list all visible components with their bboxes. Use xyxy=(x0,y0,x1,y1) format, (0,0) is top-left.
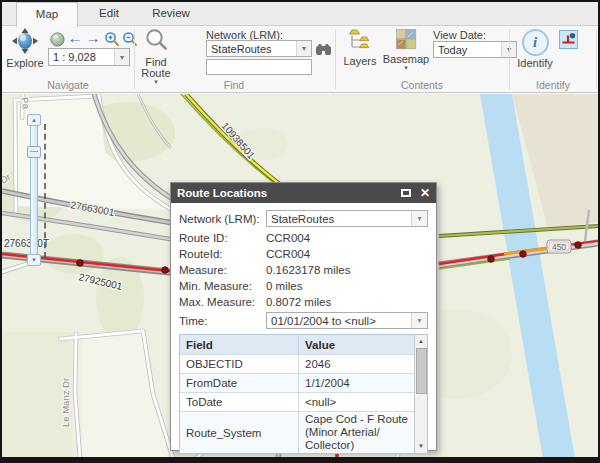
cell-field: Route_System xyxy=(180,427,298,439)
identify-icon: i xyxy=(522,29,549,56)
value-column-header: Value xyxy=(298,335,414,354)
attribute-table-header: Field Value xyxy=(180,335,414,354)
find-group-label: Find xyxy=(134,79,334,91)
application-window: Map Edit Review xyxy=(0,0,600,463)
dialog-body: Network (LRM): StateRoutes ▾ Route ID: C… xyxy=(171,203,436,454)
max-measure-label: Max. Measure: xyxy=(179,296,266,308)
route-id-label: Route ID: xyxy=(179,232,266,244)
forward-arrow-icon: → xyxy=(86,30,101,46)
zoom-slider-ticks xyxy=(44,124,46,258)
fixed-zoom-in-button[interactable] xyxy=(103,30,121,48)
find-route-label: Find Route xyxy=(140,57,172,79)
max-measure-value: 0.8072 miles xyxy=(266,296,331,308)
route-shield-450: 450 xyxy=(547,240,571,253)
min-measure-value: 0 miles xyxy=(266,280,302,292)
tab-edit[interactable]: Edit xyxy=(78,2,140,26)
scroll-up-arrow[interactable]: ▲ xyxy=(418,335,424,348)
svg-text:450: 450 xyxy=(552,242,566,252)
explore-button[interactable]: Explore xyxy=(4,28,46,69)
network-dropdown-arrow[interactable]: ▾ xyxy=(296,41,311,56)
dialog-min-measure-row: Min. Measure: 0 miles xyxy=(179,278,428,294)
map-view[interactable]: 450 27663001 2766310T 27925001 10938501 … xyxy=(2,94,598,459)
field-column-header: Field xyxy=(180,339,298,351)
maximize-icon[interactable] xyxy=(401,189,411,197)
route-input[interactable] xyxy=(206,59,312,75)
group-separator xyxy=(596,29,597,89)
cell-field: ToDate xyxy=(180,396,298,408)
cell-field: FromDate xyxy=(180,377,298,389)
view-date-label: View Date: xyxy=(433,29,486,41)
ribbon-tab-bar: Map Edit Review xyxy=(2,2,598,26)
cell-value: <null> xyxy=(298,393,414,411)
dialog-title-bar[interactable]: Route Locations ✕ xyxy=(171,183,436,203)
dialog-route-id-row: Route ID: CCR004 xyxy=(179,230,428,246)
network-lrm-combo[interactable]: StateRoutes ▾ xyxy=(206,40,312,57)
scale-dropdown-arrow[interactable]: ▾ xyxy=(114,49,129,65)
identify-label: Identify xyxy=(517,58,552,69)
scroll-down-arrow[interactable]: ▼ xyxy=(418,440,424,453)
dialog-network-combo[interactable]: StateRoutes ▾ xyxy=(266,210,428,227)
dialog-title: Route Locations xyxy=(177,187,267,199)
zoom-slider-handle[interactable] xyxy=(27,146,41,158)
scroll-thumb[interactable] xyxy=(416,348,427,394)
basemap-dropdown-caret[interactable]: ▾ xyxy=(404,65,408,71)
map-zoom-slider: ▲ ▼ xyxy=(27,114,41,266)
view-date-combo[interactable]: Today ▾ xyxy=(433,41,517,58)
dialog-network-row: Network (LRM): StateRoutes ▾ xyxy=(179,210,428,227)
routeid-label: RouteId: xyxy=(179,248,266,260)
dialog-network-dropdown-arrow[interactable]: ▾ xyxy=(411,211,427,226)
dialog-time-dropdown-arrow[interactable]: ▾ xyxy=(411,313,427,328)
previous-extent-button[interactable]: ← xyxy=(66,29,84,47)
dialog-network-value: StateRoutes xyxy=(267,213,411,225)
basemap-button[interactable]: Basemap ▾ xyxy=(383,29,429,71)
zoom-slider-down-button[interactable]: ▼ xyxy=(27,254,41,266)
find-route-button[interactable]: Find Route ▾ xyxy=(138,28,174,85)
contents-group-label: Contents xyxy=(335,79,509,91)
table-row[interactable]: ToDate <null> xyxy=(180,392,414,411)
dialog-time-combo[interactable]: 01/01/2004 to <null> ▾ xyxy=(266,312,428,329)
map-scale-value: 1 : 9,028 xyxy=(49,51,114,63)
explore-compass-icon xyxy=(12,28,38,56)
dialog-routeid-row: RouteId: CCR004 xyxy=(179,246,428,262)
navigate-group-label: Navigate xyxy=(2,79,134,91)
routeid-value: CCR004 xyxy=(266,248,310,260)
close-icon[interactable]: ✕ xyxy=(420,187,430,199)
identify-route-locations-button[interactable] xyxy=(559,30,578,49)
table-row[interactable]: FromDate 1/1/2004 xyxy=(180,373,414,392)
dialog-max-measure-row: Max. Measure: 0.8072 miles xyxy=(179,294,428,310)
identify-group-label: Identify xyxy=(509,79,597,91)
layers-button[interactable]: Layers xyxy=(341,29,379,67)
tab-review[interactable]: Review xyxy=(140,2,202,26)
back-arrow-icon: ← xyxy=(68,30,83,46)
tab-map[interactable]: Map xyxy=(16,2,78,27)
identify-route-icon xyxy=(561,32,576,47)
zoom-out-icon xyxy=(122,31,138,47)
basemap-icon xyxy=(396,29,417,52)
route-locations-dialog: Route Locations ✕ Network (LRM): StateRo… xyxy=(170,182,437,451)
table-row[interactable]: OBJECTID 2046 xyxy=(180,354,414,373)
map-scale-combo[interactable]: 1 : 9,028 ▾ xyxy=(48,48,130,66)
dialog-network-label: Network (LRM): xyxy=(179,213,266,225)
table-row[interactable]: Route_System Cape Cod - F Route (Minor A… xyxy=(180,411,414,453)
street-label-le-manz-dr: Le Manz Dr xyxy=(60,378,71,427)
attribute-table: Field Value OBJECTID 2046 FromDate 1/1/2… xyxy=(179,334,428,454)
min-measure-label: Min. Measure: xyxy=(179,280,266,292)
layers-icon xyxy=(349,29,372,54)
cell-field: OBJECTID xyxy=(180,358,298,370)
dialog-time-row: Time: 01/01/2004 to <null> ▾ xyxy=(179,312,428,329)
measure-label: Measure: xyxy=(179,264,266,276)
time-value: 01/01/2004 to <null> xyxy=(267,315,411,327)
view-date-value: Today xyxy=(434,44,501,56)
next-extent-button[interactable]: → xyxy=(84,29,102,47)
identify-button[interactable]: i Identify xyxy=(514,29,556,69)
time-label: Time: xyxy=(179,315,266,327)
zoom-slider-up-button[interactable]: ▲ xyxy=(27,114,41,126)
fixed-zoom-out-button[interactable] xyxy=(121,30,139,48)
binoculars-icon xyxy=(315,43,332,56)
route-id-value: CCR004 xyxy=(266,232,310,244)
explore-label: Explore xyxy=(6,58,43,69)
full-extent-globe-icon[interactable] xyxy=(48,30,66,48)
table-scrollbar[interactable]: ▲ ▼ xyxy=(414,335,427,453)
find-binoculars-button[interactable] xyxy=(314,40,332,58)
zoom-in-icon xyxy=(104,31,120,47)
